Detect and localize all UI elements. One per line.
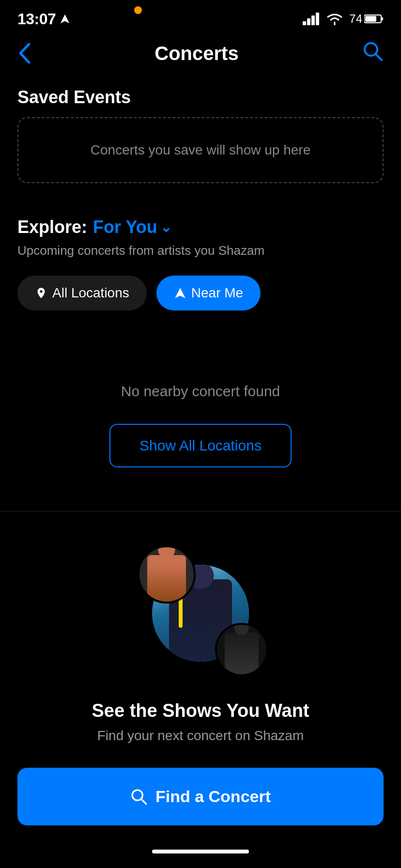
search-icon (130, 788, 148, 806)
back-button[interactable] (17, 42, 31, 64)
promo-title: See the Shows You Want (17, 700, 384, 721)
battery-container: 74 (349, 12, 384, 26)
home-bar (152, 850, 249, 853)
status-icons: 74 (303, 12, 384, 26)
saved-events-title: Saved Events (17, 87, 384, 108)
battery-level: 74 (349, 12, 362, 26)
explore-label: Explore: (17, 217, 87, 237)
battery-icon (364, 14, 384, 24)
saved-events-box: Concerts you save will show up here (17, 117, 384, 183)
explore-header: Explore: For You ⌄ (17, 217, 384, 237)
signal-icon (303, 13, 320, 25)
location-buttons: All Locations Near Me (17, 276, 384, 310)
svg-rect-5 (381, 17, 383, 20)
orange-dot (134, 6, 142, 14)
explore-for-you-dropdown[interactable]: For You ⌄ (93, 217, 171, 237)
artist-image-bottom-right (215, 623, 268, 676)
near-me-button[interactable]: Near Me (156, 276, 261, 310)
svg-rect-3 (316, 13, 319, 25)
svg-rect-6 (365, 16, 376, 22)
find-concert-label: Find a Concert (155, 787, 271, 806)
all-locations-button[interactable]: All Locations (17, 276, 147, 310)
status-bar: 13:07 74 (0, 0, 401, 34)
saved-events-placeholder: Concerts you save will show up here (91, 142, 310, 157)
explore-section: Explore: For You ⌄ Upcoming concerts fro… (0, 198, 401, 354)
promo-section: See the Shows You Want Find your next co… (0, 526, 401, 840)
find-concert-button[interactable]: Find a Concert (17, 768, 384, 825)
near-me-label: Near Me (191, 285, 243, 301)
nav-bar: Concerts (0, 34, 401, 78)
page-title: Concerts (154, 43, 238, 64)
wifi-icon (326, 13, 343, 25)
artist-image-top-left (138, 545, 196, 604)
svg-rect-0 (303, 21, 306, 25)
all-locations-label: All Locations (52, 285, 129, 301)
show-all-locations-button[interactable]: Show All Locations (109, 424, 292, 467)
promo-subtitle: Find your next concert on Shazam (17, 728, 384, 744)
artist-images-container (128, 545, 273, 681)
no-concert-area: No nearby concert found Show All Locatio… (0, 354, 401, 496)
home-indicator (0, 840, 401, 858)
explore-for-you-text: For You (93, 217, 157, 237)
no-concert-text: No nearby concert found (17, 383, 384, 400)
svg-rect-1 (307, 18, 310, 25)
explore-subtitle: Upcoming concerts from artists you Shaza… (17, 243, 384, 258)
search-button[interactable] (362, 41, 384, 66)
chevron-down-icon: ⌄ (160, 219, 171, 235)
location-pin-icon (35, 287, 47, 299)
section-divider (0, 511, 401, 512)
saved-events-section: Saved Events Concerts you save will show… (0, 78, 401, 198)
status-time: 13:07 (17, 10, 56, 28)
navigation-arrow-icon (174, 287, 186, 299)
svg-rect-2 (311, 16, 315, 25)
location-arrow-icon (60, 14, 70, 24)
